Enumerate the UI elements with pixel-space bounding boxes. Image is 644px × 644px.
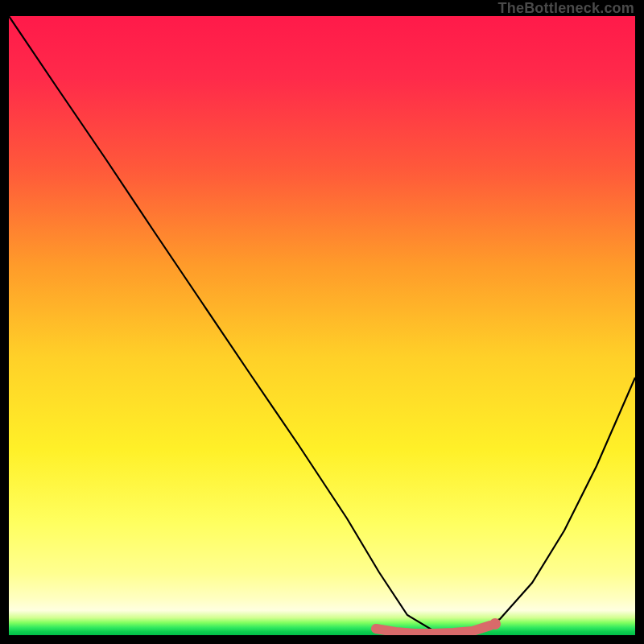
watermark-text: TheBottleneck.com bbox=[498, 0, 634, 16]
optimal-range-marker bbox=[9, 16, 635, 635]
svg-point-0 bbox=[489, 618, 501, 630]
